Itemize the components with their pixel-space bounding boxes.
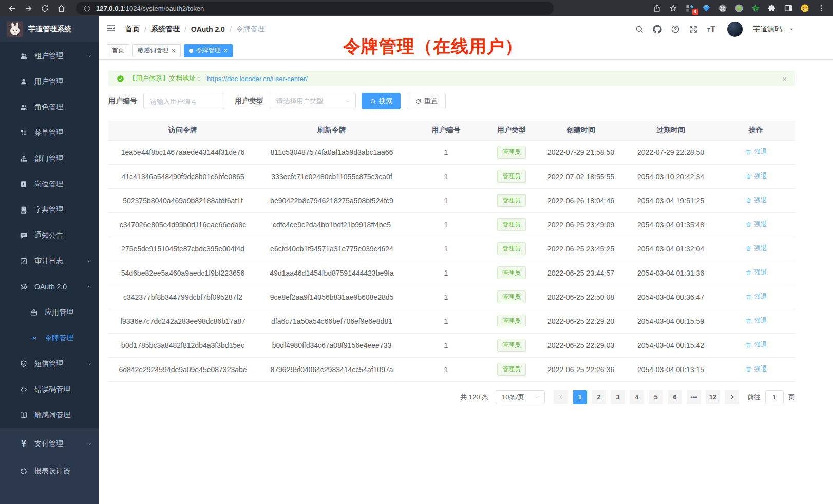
share-icon[interactable] xyxy=(650,2,664,15)
sidebar-item[interactable]: 角色管理 xyxy=(0,94,99,120)
cell-created-time: 2022-06-25 23:49:09 xyxy=(537,212,624,237)
force-logout-button[interactable]: 强退 xyxy=(745,171,767,181)
caret-down-icon[interactable] xyxy=(789,27,794,32)
chevron-down-icon xyxy=(534,394,540,400)
fullscreen-icon[interactable] xyxy=(687,23,699,35)
address-bar[interactable]: 127.0.0.1:1024/system/oauth2/token xyxy=(76,2,554,15)
sidebar-item[interactable]: 部门管理 xyxy=(0,146,99,171)
sidebar-item[interactable]: ¥ 支付管理 xyxy=(0,430,99,457)
url-path: :1024/system/oauth2/token xyxy=(124,5,204,12)
sidebar-item[interactable]: 字典管理 xyxy=(0,197,99,223)
command-ext-icon[interactable] xyxy=(716,2,729,15)
force-logout-button[interactable]: 强退 xyxy=(745,292,767,301)
goto-page-input[interactable] xyxy=(765,390,784,404)
page-button[interactable]: 3 xyxy=(611,390,625,404)
tab[interactable]: 敏感词管理 × xyxy=(132,44,181,57)
sidebar-item[interactable]: OAuth 2.0 xyxy=(0,274,99,300)
force-logout-button[interactable]: 强退 xyxy=(745,244,767,253)
force-logout-button[interactable]: 强退 xyxy=(745,268,767,277)
force-logout-button[interactable]: 强退 xyxy=(745,147,767,157)
profile-avatar-icon[interactable] xyxy=(798,2,811,15)
force-logout-button[interactable]: 强退 xyxy=(745,364,767,374)
record-ext-icon[interactable] xyxy=(732,2,746,15)
sidebar-item[interactable]: 菜单管理 xyxy=(0,120,99,146)
page-button[interactable]: ••• xyxy=(687,390,701,404)
cell-created-time: 2022-07-02 18:55:55 xyxy=(537,164,624,188)
page-button[interactable]: 6 xyxy=(668,390,682,404)
bookmark-star-icon[interactable] xyxy=(667,2,680,15)
sidebar-ext-icon[interactable] xyxy=(782,2,795,15)
search-icon[interactable] xyxy=(633,23,646,35)
app-logo[interactable]: 芋道管理系统 xyxy=(0,16,99,42)
report-icon xyxy=(20,467,28,475)
alert-close-icon[interactable]: × xyxy=(782,75,787,83)
close-icon[interactable]: × xyxy=(172,47,176,54)
cell-user-id: 1 xyxy=(406,164,486,188)
cell-refresh-token: e6cfd40eb1f54571a31e775e039c4624 xyxy=(257,237,406,261)
cell-user-type: 管理员 xyxy=(486,212,537,237)
rabbit-logo-icon xyxy=(7,21,23,37)
info-icon[interactable] xyxy=(82,4,91,13)
sidebar-item[interactable]: 报表设计器 xyxy=(0,457,99,484)
sidebar-item[interactable]: 岗位管理 xyxy=(0,171,99,197)
breadcrumb-item[interactable]: 首页 xyxy=(125,25,140,34)
reload-icon[interactable] xyxy=(38,2,51,15)
prev-page-button[interactable] xyxy=(554,390,568,404)
dict-icon xyxy=(20,206,28,214)
fontsize-icon[interactable]: TT xyxy=(705,23,717,35)
page-size-select[interactable]: 10条/页 xyxy=(496,390,545,404)
page-button[interactable]: 2 xyxy=(592,390,606,404)
sidebar-item[interactable]: 用户管理 xyxy=(0,69,99,94)
back-icon[interactable] xyxy=(5,2,18,15)
tasks-extension-button[interactable]: 9 xyxy=(683,2,696,15)
cell-user-id: 1 xyxy=(406,309,486,333)
page-button[interactable]: 12 xyxy=(706,390,720,404)
kebab-menu-icon[interactable] xyxy=(815,2,828,15)
force-logout-button[interactable]: 强退 xyxy=(745,196,767,205)
tab[interactable]: 令牌管理 × xyxy=(184,44,233,57)
menu-fold-icon[interactable] xyxy=(106,23,118,35)
cell-expire-time: 2054-03-04 00:15:59 xyxy=(624,309,717,333)
cell-actions: 强退 xyxy=(717,188,795,212)
col-actions: 操作 xyxy=(717,121,795,140)
force-logout-button[interactable]: 强退 xyxy=(745,316,767,325)
forward-icon[interactable] xyxy=(22,2,35,15)
home-icon[interactable] xyxy=(54,2,68,15)
sidebar-item[interactable]: 短信管理 xyxy=(0,351,99,377)
force-logout-button[interactable]: 强退 xyxy=(745,220,767,229)
page-button[interactable]: 5 xyxy=(649,390,663,404)
force-logout-button[interactable]: 强退 xyxy=(745,340,767,350)
user-avatar[interactable] xyxy=(727,22,743,37)
col-user-id: 用户编号 xyxy=(406,121,486,140)
breadcrumb-item[interactable]: 系统管理 xyxy=(151,25,180,34)
breadcrumb-item[interactable]: OAuth 2.0 xyxy=(191,25,225,33)
sidebar-item[interactable]: 通知公告 xyxy=(0,223,99,248)
username[interactable]: 芋道源码 xyxy=(753,25,782,34)
search-button[interactable]: 搜索 xyxy=(362,93,401,109)
sidebar-item[interactable]: 错误码管理 xyxy=(0,377,99,402)
chevron-right-icon xyxy=(729,394,735,400)
table-header-row: 访问令牌 刷新令牌 用户编号 用户类型 创建时间 过期时间 操作 xyxy=(108,121,795,140)
sidebar-item[interactable]: 敏感词管理 xyxy=(0,402,99,428)
green-star-ext-icon[interactable] xyxy=(749,2,762,15)
gem-ext-icon[interactable] xyxy=(699,2,713,15)
sidebar-item[interactable]: 审计日志 xyxy=(0,248,99,274)
tab[interactable]: 首页 xyxy=(107,44,129,57)
sidebar-item[interactable]: 令牌管理 xyxy=(0,325,99,351)
user-id-input[interactable] xyxy=(143,93,224,109)
help-icon[interactable] xyxy=(669,23,681,35)
cell-refresh-token: 811c530487574fa0af1a59d3abc1aa66 xyxy=(257,140,406,164)
sidebar-item[interactable]: 应用管理 xyxy=(0,300,99,325)
url-text: 127.0.0.1:1024/system/oauth2/token xyxy=(96,5,204,12)
github-icon[interactable] xyxy=(651,23,664,35)
reset-button[interactable]: 重置 xyxy=(407,93,446,109)
page-button[interactable]: 1 xyxy=(573,390,587,404)
sidebar-item[interactable]: 租户管理 xyxy=(0,43,99,69)
close-icon[interactable]: × xyxy=(224,47,228,54)
next-page-button[interactable] xyxy=(725,390,739,404)
page-button[interactable]: 4 xyxy=(630,390,644,404)
breadcrumb-item[interactable]: 令牌管理 xyxy=(236,25,265,34)
puzzle-ext-icon[interactable] xyxy=(765,2,779,15)
user-type-select[interactable]: 请选择用户类型 xyxy=(270,93,356,109)
alert-link[interactable]: https://doc.iocoder.cn/user-center/ xyxy=(207,75,308,83)
